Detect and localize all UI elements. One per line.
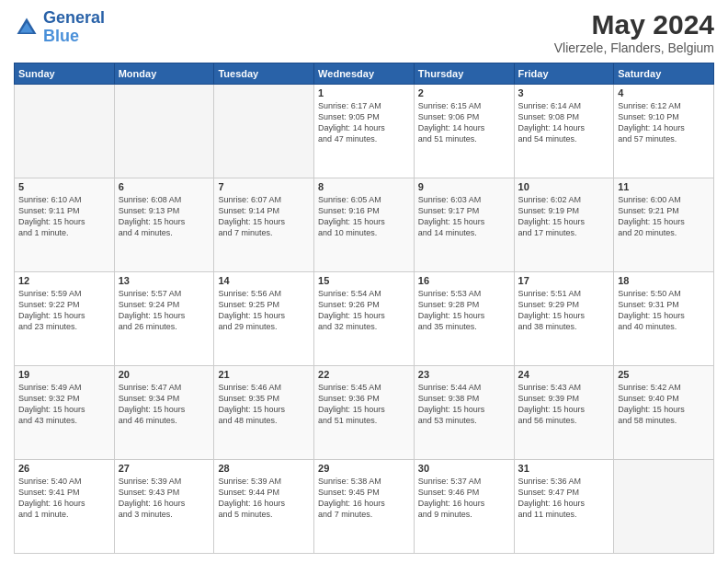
table-row: 3Sunrise: 6:14 AMSunset: 9:08 PMDaylight… [514,85,614,178]
logo: General Blue [14,9,105,46]
table-row: 16Sunrise: 5:53 AMSunset: 9:28 PMDayligh… [414,272,514,366]
calendar-header-row: Sunday Monday Tuesday Wednesday Thursday… [15,63,714,85]
day-number: 26 [18,463,110,474]
table-row: 26Sunrise: 5:40 AMSunset: 9:41 PMDayligh… [15,460,115,554]
table-row: 23Sunrise: 5:44 AMSunset: 9:38 PMDayligh… [414,366,514,460]
col-thursday: Thursday [414,63,514,85]
day-info: Sunrise: 5:54 AMSunset: 9:26 PMDaylight:… [318,288,410,333]
table-row: 1Sunrise: 6:17 AMSunset: 9:05 PMDaylight… [314,85,415,178]
day-info: Sunrise: 5:43 AMSunset: 9:39 PMDaylight:… [518,382,610,427]
logo-blue: Blue [43,27,79,45]
day-info: Sunrise: 5:44 AMSunset: 9:38 PMDaylight:… [418,382,510,427]
logo-text: General Blue [43,9,105,46]
col-friday: Friday [514,63,614,85]
logo-general: General [43,8,105,27]
table-row: 13Sunrise: 5:57 AMSunset: 9:24 PMDayligh… [114,272,214,366]
col-sunday: Sunday [15,63,115,85]
day-number: 24 [518,369,610,380]
col-tuesday: Tuesday [214,63,314,85]
day-number: 28 [218,463,310,474]
day-number: 20 [119,369,210,380]
day-info: Sunrise: 5:57 AMSunset: 9:24 PMDaylight:… [119,288,210,333]
day-number: 16 [418,275,510,286]
day-info: Sunrise: 5:53 AMSunset: 9:28 PMDaylight:… [418,288,510,333]
subtitle: Vlierzele, Flanders, Belgium [554,40,714,55]
day-info: Sunrise: 6:02 AMSunset: 9:19 PMDaylight:… [518,194,610,239]
day-number: 1 [318,87,410,98]
page: General Blue May 2024 Vlierzele, Flander… [0,0,728,563]
day-number: 22 [318,369,410,380]
day-number: 21 [218,369,310,380]
day-info: Sunrise: 5:59 AMSunset: 9:22 PMDaylight:… [18,288,110,333]
day-number: 12 [18,275,110,286]
day-number: 9 [418,181,510,192]
table-row: 24Sunrise: 5:43 AMSunset: 9:39 PMDayligh… [514,366,614,460]
generalblue-logo-icon [14,15,40,40]
day-info: Sunrise: 5:47 AMSunset: 9:34 PMDaylight:… [119,382,210,427]
day-info: Sunrise: 5:37 AMSunset: 9:46 PMDaylight:… [418,476,510,521]
day-number: 7 [218,181,310,192]
day-number: 3 [518,87,610,98]
day-number: 31 [518,463,610,474]
day-info: Sunrise: 6:15 AMSunset: 9:06 PMDaylight:… [418,100,510,145]
day-info: Sunrise: 6:17 AMSunset: 9:05 PMDaylight:… [318,100,410,145]
day-number: 5 [18,181,110,192]
table-row: 18Sunrise: 5:50 AMSunset: 9:31 PMDayligh… [614,272,714,366]
table-row: 19Sunrise: 5:49 AMSunset: 9:32 PMDayligh… [15,366,115,460]
calendar-week-row: 5Sunrise: 6:10 AMSunset: 9:11 PMDaylight… [15,178,714,272]
day-info: Sunrise: 6:05 AMSunset: 9:16 PMDaylight:… [318,194,410,239]
table-row: 10Sunrise: 6:02 AMSunset: 9:19 PMDayligh… [514,178,614,272]
day-info: Sunrise: 5:39 AMSunset: 9:44 PMDaylight:… [218,476,310,521]
table-row: 8Sunrise: 6:05 AMSunset: 9:16 PMDaylight… [314,178,415,272]
day-info: Sunrise: 6:08 AMSunset: 9:13 PMDaylight:… [119,194,210,239]
day-number: 30 [418,463,510,474]
table-row: 5Sunrise: 6:10 AMSunset: 9:11 PMDaylight… [15,178,115,272]
day-number: 15 [318,275,410,286]
table-row: 20Sunrise: 5:47 AMSunset: 9:34 PMDayligh… [114,366,214,460]
day-info: Sunrise: 5:36 AMSunset: 9:47 PMDaylight:… [518,476,610,521]
main-title: May 2024 [554,9,714,40]
table-row: 15Sunrise: 5:54 AMSunset: 9:26 PMDayligh… [314,272,415,366]
table-row: 12Sunrise: 5:59 AMSunset: 9:22 PMDayligh… [15,272,115,366]
table-row: 29Sunrise: 5:38 AMSunset: 9:45 PMDayligh… [314,460,415,554]
table-row: 6Sunrise: 6:08 AMSunset: 9:13 PMDaylight… [114,178,214,272]
table-row [15,85,115,178]
table-row: 17Sunrise: 5:51 AMSunset: 9:29 PMDayligh… [514,272,614,366]
day-number: 11 [618,181,710,192]
header: General Blue May 2024 Vlierzele, Flander… [14,9,714,55]
calendar-week-row: 26Sunrise: 5:40 AMSunset: 9:41 PMDayligh… [15,460,714,554]
day-info: Sunrise: 5:49 AMSunset: 9:32 PMDaylight:… [18,382,110,427]
table-row [614,460,714,554]
title-block: May 2024 Vlierzele, Flanders, Belgium [554,9,714,55]
day-info: Sunrise: 6:03 AMSunset: 9:17 PMDaylight:… [418,194,510,239]
table-row: 25Sunrise: 5:42 AMSunset: 9:40 PMDayligh… [614,366,714,460]
col-monday: Monday [114,63,214,85]
table-row: 28Sunrise: 5:39 AMSunset: 9:44 PMDayligh… [214,460,314,554]
day-info: Sunrise: 5:42 AMSunset: 9:40 PMDaylight:… [618,382,710,427]
day-info: Sunrise: 5:45 AMSunset: 9:36 PMDaylight:… [318,382,410,427]
day-info: Sunrise: 6:12 AMSunset: 9:10 PMDaylight:… [618,100,710,145]
day-info: Sunrise: 6:07 AMSunset: 9:14 PMDaylight:… [218,194,310,239]
table-row: 22Sunrise: 5:45 AMSunset: 9:36 PMDayligh… [314,366,415,460]
table-row: 9Sunrise: 6:03 AMSunset: 9:17 PMDaylight… [414,178,514,272]
calendar-week-row: 1Sunrise: 6:17 AMSunset: 9:05 PMDaylight… [15,85,714,178]
day-number: 13 [119,275,210,286]
day-info: Sunrise: 6:14 AMSunset: 9:08 PMDaylight:… [518,100,610,145]
table-row: 30Sunrise: 5:37 AMSunset: 9:46 PMDayligh… [414,460,514,554]
table-row: 7Sunrise: 6:07 AMSunset: 9:14 PMDaylight… [214,178,314,272]
table-row: 14Sunrise: 5:56 AMSunset: 9:25 PMDayligh… [214,272,314,366]
col-wednesday: Wednesday [314,63,415,85]
calendar-week-row: 19Sunrise: 5:49 AMSunset: 9:32 PMDayligh… [15,366,714,460]
day-info: Sunrise: 5:50 AMSunset: 9:31 PMDaylight:… [618,288,710,333]
day-number: 23 [418,369,510,380]
table-row [114,85,214,178]
day-number: 18 [618,275,710,286]
day-number: 19 [18,369,110,380]
day-number: 4 [618,87,710,98]
calendar-table: Sunday Monday Tuesday Wednesday Thursday… [14,63,714,554]
table-row [214,85,314,178]
day-number: 6 [119,181,210,192]
table-row: 2Sunrise: 6:15 AMSunset: 9:06 PMDaylight… [414,85,514,178]
day-info: Sunrise: 5:38 AMSunset: 9:45 PMDaylight:… [318,476,410,521]
day-info: Sunrise: 5:51 AMSunset: 9:29 PMDaylight:… [518,288,610,333]
